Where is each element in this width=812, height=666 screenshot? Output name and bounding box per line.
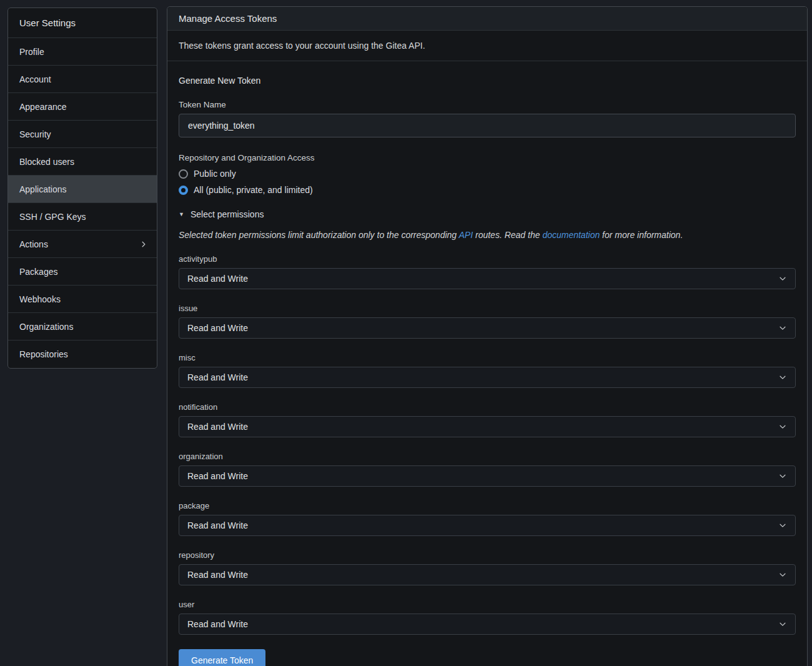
chevron-down-icon: [778, 422, 787, 431]
scope-group-notification: notification Read and Write: [179, 402, 796, 437]
sidebar-item-label: Applications: [19, 184, 67, 194]
note-text: Selected token permissions limit authori…: [179, 230, 459, 240]
selected-option: Read and Write: [187, 619, 248, 629]
sidebar-item-label: Packages: [19, 267, 57, 277]
scope-select-user[interactable]: Read and Write: [179, 614, 796, 635]
chevron-down-icon: [778, 620, 787, 629]
radio-public-only[interactable]: Public only: [179, 169, 796, 179]
documentation-link[interactable]: documentation: [542, 230, 600, 240]
scope-group-issue: issue Read and Write: [179, 304, 796, 339]
scope-group-organization: organization Read and Write: [179, 452, 796, 487]
sidebar-item-actions[interactable]: Actions: [8, 231, 157, 258]
panel-description: These tokens grant access to your accoun…: [167, 31, 807, 61]
sidebar-title: User Settings: [8, 8, 157, 38]
selected-option: Read and Write: [187, 274, 248, 284]
radio-label: All (public, private, and limited): [194, 185, 313, 195]
chevron-right-icon: [140, 241, 147, 248]
scope-label: organization: [179, 452, 796, 461]
settings-sidebar: User Settings Profile Account Appearance…: [7, 7, 157, 369]
radio-checked-icon: [179, 186, 188, 195]
note-text: routes. Read the: [473, 230, 542, 240]
sidebar-item-label: Profile: [19, 47, 44, 57]
sidebar-item-repositories[interactable]: Repositories: [8, 340, 157, 368]
section-title: Generate New Token: [179, 76, 796, 86]
chevron-down-icon: [778, 324, 787, 332]
sidebar-item-organizations[interactable]: Organizations: [8, 313, 157, 340]
scope-group-activitypub: activitypub Read and Write: [179, 254, 796, 289]
generate-token-button[interactable]: Generate Token: [179, 649, 265, 666]
scope-label: repository: [179, 550, 796, 560]
selected-option: Read and Write: [187, 422, 248, 432]
scope-label: misc: [179, 353, 796, 362]
chevron-down-icon: [778, 570, 787, 579]
scope-group-repository: repository Read and Write: [179, 550, 796, 585]
token-name-label: Token Name: [179, 100, 796, 109]
selected-option: Read and Write: [187, 520, 248, 530]
sidebar-item-label: Repositories: [19, 349, 68, 359]
sidebar-item-profile[interactable]: Profile: [8, 38, 157, 66]
radio-unchecked-icon: [179, 169, 188, 179]
sidebar-item-label: Appearance: [19, 102, 67, 112]
manage-access-tokens-panel: Manage Access Tokens These tokens grant …: [167, 6, 808, 666]
page: User Settings Profile Account Appearance…: [0, 0, 812, 666]
sidebar-item-blocked-users[interactable]: Blocked users: [8, 148, 157, 176]
chevron-down-icon: [778, 373, 787, 382]
scope-select-activitypub[interactable]: Read and Write: [179, 268, 796, 289]
select-permissions-label: Select permissions: [191, 209, 264, 219]
scope-label: issue: [179, 304, 796, 313]
sidebar-item-applications[interactable]: Applications: [8, 176, 157, 203]
selected-option: Read and Write: [187, 570, 248, 580]
sidebar-item-appearance[interactable]: Appearance: [8, 93, 157, 121]
scope-label: user: [179, 600, 796, 609]
caret-down-icon: ▼: [179, 212, 184, 217]
scope-label: package: [179, 501, 796, 510]
scope-select-misc[interactable]: Read and Write: [179, 367, 796, 388]
note-text: for more information.: [600, 230, 683, 240]
scope-group-package: package Read and Write: [179, 501, 796, 536]
sidebar-item-packages[interactable]: Packages: [8, 258, 157, 286]
select-permissions-toggle[interactable]: ▼ Select permissions: [179, 209, 796, 219]
scope-select-notification[interactable]: Read and Write: [179, 416, 796, 437]
generate-token-form: Generate New Token Token Name Repository…: [167, 61, 807, 666]
sidebar-item-label: Blocked users: [19, 157, 74, 167]
scope-select-issue[interactable]: Read and Write: [179, 317, 796, 339]
chevron-down-icon: [778, 472, 787, 480]
token-name-input[interactable]: [179, 114, 796, 137]
sidebar-item-webhooks[interactable]: Webhooks: [8, 286, 157, 313]
permissions-note: Selected token permissions limit authori…: [179, 230, 796, 240]
radio-all-access[interactable]: All (public, private, and limited): [179, 185, 796, 195]
sidebar-item-label: Account: [19, 74, 51, 84]
sidebar-item-label: Security: [19, 129, 51, 139]
scope-select-repository[interactable]: Read and Write: [179, 564, 796, 585]
sidebar-item-label: Webhooks: [19, 294, 61, 304]
chevron-down-icon: [778, 274, 787, 283]
sidebar-item-account[interactable]: Account: [8, 66, 157, 93]
scope-select-organization[interactable]: Read and Write: [179, 465, 796, 487]
scope-select-package[interactable]: Read and Write: [179, 515, 796, 536]
sidebar-item-security[interactable]: Security: [8, 121, 157, 148]
sidebar-item-label: Actions: [19, 239, 48, 249]
chevron-down-icon: [778, 521, 787, 530]
selected-option: Read and Write: [187, 471, 248, 481]
api-link[interactable]: API: [459, 230, 473, 240]
scope-group-misc: misc Read and Write: [179, 353, 796, 388]
selected-option: Read and Write: [187, 372, 248, 382]
sidebar-item-ssh-gpg-keys[interactable]: SSH / GPG Keys: [8, 203, 157, 231]
scope-label: activitypub: [179, 254, 796, 264]
scope-group-user: user Read and Write: [179, 600, 796, 635]
scope-label: notification: [179, 402, 796, 412]
access-scope-label: Repository and Organization Access: [179, 153, 796, 162]
sidebar-item-label: Organizations: [19, 322, 73, 332]
radio-label: Public only: [194, 169, 236, 179]
selected-option: Read and Write: [187, 323, 248, 333]
panel-title: Manage Access Tokens: [167, 7, 807, 31]
sidebar-item-label: SSH / GPG Keys: [19, 212, 86, 222]
